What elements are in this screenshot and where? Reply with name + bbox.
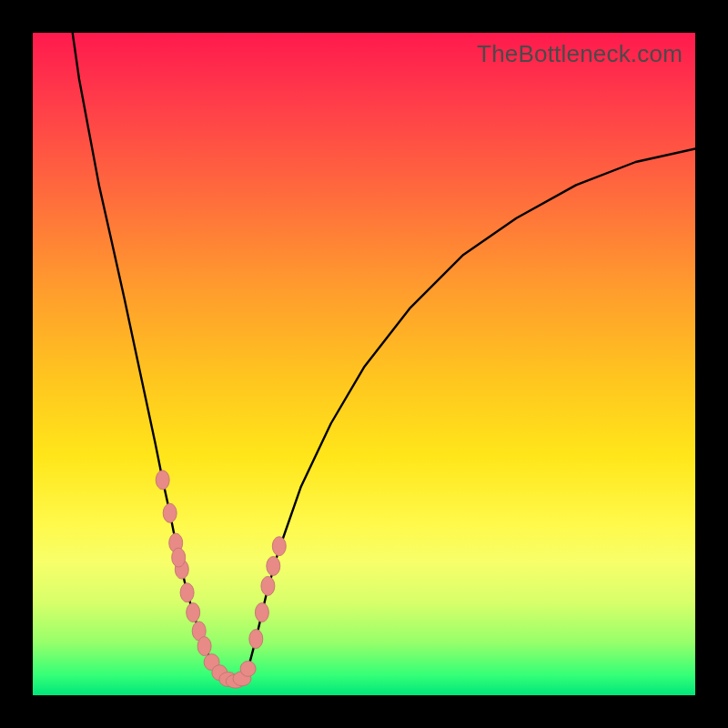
bead-marker: [255, 603, 268, 622]
bead-marker: [272, 537, 286, 556]
chart-stage: TheBottleneck.com: [0, 0, 728, 728]
bead-marker: [156, 470, 169, 490]
bead-marker: [267, 557, 280, 576]
bead-marker: [197, 637, 211, 656]
plot-area: TheBottleneck.com: [33, 33, 695, 695]
chart-overlay: [33, 33, 695, 695]
bead-marker: [180, 583, 194, 602]
bead-marker: [249, 630, 263, 649]
bead-marker: [187, 603, 200, 622]
bottleneck-curve: [73, 33, 695, 682]
attribution-watermark: TheBottleneck.com: [477, 40, 682, 68]
bead-marker: [172, 548, 186, 567]
bead-marker: [261, 576, 275, 595]
bead-marker: [240, 661, 256, 676]
bead-marker: [163, 503, 177, 522]
bead-markers-group: [156, 470, 286, 688]
